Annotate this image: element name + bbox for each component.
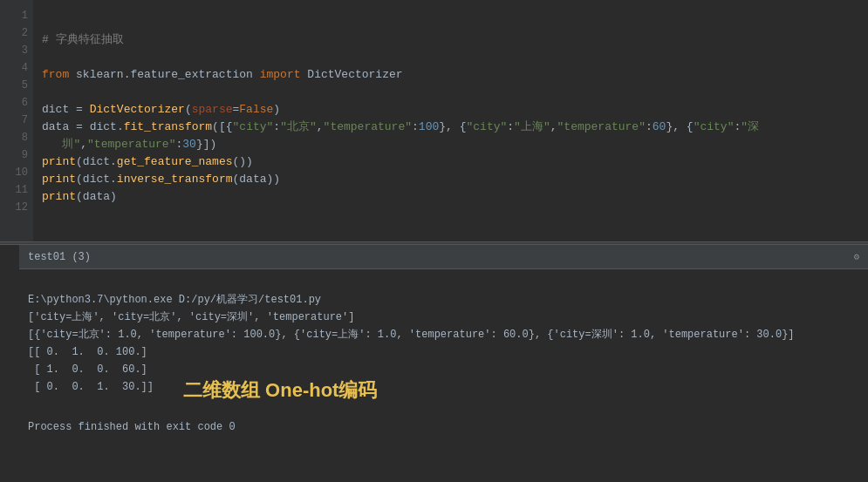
console-matrix-line1: [[ 0. 1. 0. 100.]	[28, 346, 147, 358]
console-icons: ⚙	[853, 251, 859, 262]
settings-icon[interactable]: ⚙	[853, 251, 859, 262]
code-content: # 字典特征抽取 from sklearn.feature_extraction…	[33, 7, 868, 213]
console-matrix-line3: [ 0. 0. 1. 30.]]	[28, 381, 154, 393]
console-exit-line: Process finished with exit code 0	[28, 419, 859, 436]
console-path-line: E:\python3.7\python.exe D:/py/机器学习/test0…	[28, 294, 321, 306]
console-body: E:\python3.7\python.exe D:/py/机器学习/test0…	[19, 269, 868, 474]
console-area: ▶ ↻ ■ ≡ ⊟ 🗑 test01 (3) ⚙ E:\python3.7\py…	[0, 245, 868, 482]
line-numbers: 1 2 3 4 5 6 7 8 9 10 11 12	[0, 0, 33, 241]
console-output-line1: ['city=上海', 'city=北京', 'city=深圳', 'tempe…	[28, 311, 354, 323]
console-title: test01 (3)	[28, 251, 91, 263]
console-header: test01 (3) ⚙	[19, 245, 868, 269]
console-output-line2: [{'city=北京': 1.0, 'temperature': 100.0},…	[28, 329, 795, 341]
editor-area: 1 2 3 4 5 6 7 8 9 10 11 12 # 字典特征抽取 from…	[0, 0, 868, 241]
console-matrix-line2: [ 1. 0. 0. 60.]	[28, 363, 147, 376]
